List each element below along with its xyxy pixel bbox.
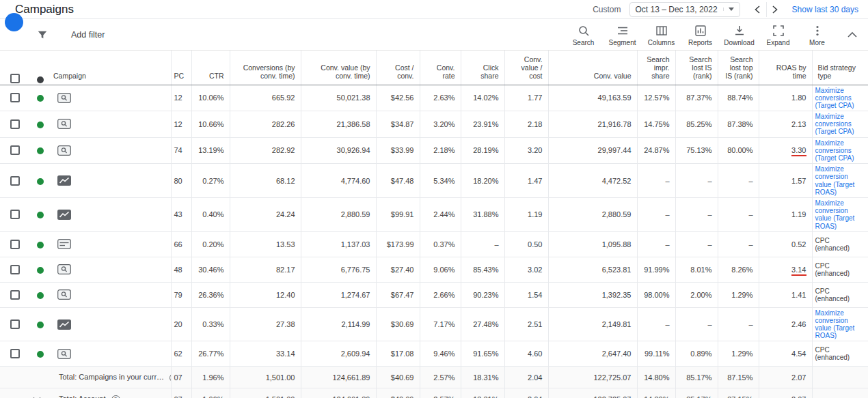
select-all-checkbox[interactable] [10, 74, 20, 83]
chevron-down-icon [723, 8, 734, 11]
date-range-selector[interactable]: Oct 13 – Dec 13, 2022 [629, 2, 740, 17]
campaign-name-cell[interactable] [78, 341, 171, 367]
row-checkbox[interactable] [10, 145, 20, 155]
column-header-avg-cpc[interactable]: PC [171, 51, 191, 85]
row-checkbox[interactable] [10, 119, 20, 129]
row-checkbox[interactable] [10, 176, 20, 186]
segment-icon [616, 25, 629, 37]
total-row: Total: Account?071.96%1,501.00124,661.89… [0, 388, 868, 398]
bid-strategy-cell[interactable]: Maximize conversion value (Target ROAS) [812, 307, 868, 341]
expand-button[interactable]: Expand [759, 23, 798, 46]
column-header-search-lost-is-rank[interactable]: Search lost IS (rank) [675, 51, 718, 85]
campaign-name-cell[interactable] [78, 111, 171, 138]
column-header-conv-value-per-cost[interactable]: Conv. value / cost [504, 51, 548, 85]
campaign-name-cell[interactable] [78, 257, 171, 282]
row-checkbox[interactable] [10, 319, 20, 329]
cell-conv-value-per-cost: 3.20 [504, 137, 548, 164]
total-cell-search-impr-share: 14.80% [637, 367, 675, 388]
cell-roas-by-time: 2.13 [759, 111, 812, 138]
column-header-search-impr-share[interactable]: Search impr. share [637, 51, 675, 85]
row-checkbox[interactable] [10, 265, 20, 274]
campaign-name-cell[interactable] [78, 164, 171, 198]
campaign-name-cell[interactable] [78, 231, 171, 257]
column-header-campaign[interactable]: Campaign [51, 51, 171, 85]
bid-strategy-cell[interactable]: Maximize conversion value (Target ROAS) [812, 197, 868, 231]
cell-search-impr-share: – [637, 197, 675, 231]
cell-click-share: – [461, 231, 504, 257]
row-checkbox[interactable] [10, 349, 20, 358]
row-checkbox[interactable] [10, 93, 20, 102]
search-campaign-icon [57, 289, 71, 300]
column-header-cost-per-conv[interactable]: Cost / conv. [376, 51, 420, 85]
column-header-conv-rate[interactable]: Conv. rate [420, 51, 461, 85]
column-header-search-lost-top-is-rank[interactable]: Search lost top IS (rank) [718, 51, 759, 85]
cell-conv-value-per-cost: 1.54 [504, 282, 548, 307]
filter-icon[interactable] [37, 29, 48, 40]
status-enabled-dot [37, 212, 44, 218]
cell-avg-cpc: 12 [171, 85, 191, 111]
column-header-conv-value[interactable]: Conv. value [548, 51, 637, 85]
cell-conv-value-by-conv-time: 2,880.59 [301, 197, 376, 231]
blue-fab[interactable] [5, 13, 23, 31]
search-icon [578, 25, 590, 37]
cell-click-share: 28.19% [461, 137, 504, 164]
cell-search-lost-top-is-rank: – [718, 307, 759, 341]
row-checkbox-cell [0, 257, 30, 282]
columns-icon [655, 25, 668, 37]
total-cell-conv-rate: 2.57% [420, 367, 461, 388]
table-row: 1210.66%282.2621,386.58$34.873.20%23.91%… [0, 111, 868, 138]
cell-avg-cpc: 12 [171, 111, 191, 138]
column-header-click-share[interactable]: Click share [461, 51, 504, 85]
bid-strategy-cell[interactable]: Maximize conversions (Target CPA) [812, 111, 868, 138]
campaign-name-cell[interactable] [78, 197, 171, 231]
add-filter-button[interactable]: Add filter [71, 30, 105, 40]
total-cell-conversions-by-conv-time: 1,501.00 [230, 367, 301, 388]
campaign-name-cell[interactable] [78, 307, 171, 341]
show-last-30-days-link[interactable]: Show last 30 days [792, 5, 858, 14]
column-header-roas-by-time[interactable]: ROAS by time [759, 51, 812, 85]
bid-strategy-cell[interactable]: Maximize conversions (Target CPA) [812, 85, 868, 111]
more-button[interactable]: More [798, 23, 837, 46]
next-period-button[interactable] [766, 2, 784, 17]
reports-button[interactable]: Reports [681, 23, 720, 46]
bid-strategy-cell[interactable]: Maximize conversions (Target CPA) [812, 137, 868, 164]
column-header-ctr[interactable]: CTR [191, 51, 230, 85]
total-cell-roas-by-time: 2.07 [759, 388, 812, 398]
table-row: 200.33%27.382,114.99$30.697.17%27.48%2.5… [0, 307, 868, 341]
cell-cost-per-conv: $30.69 [376, 307, 420, 341]
collapse-toolbar-button[interactable] [837, 31, 868, 38]
column-header-conv-value-by-conv-time[interactable]: Conv. value (by conv. time) [301, 51, 376, 85]
columns-button[interactable]: Columns [642, 23, 681, 46]
cell-conv-value-per-cost: 2.18 [504, 111, 548, 138]
bid-strategy-cell[interactable]: Maximize conversion value (Target ROAS) [812, 164, 868, 198]
search-button[interactable]: Search [564, 23, 603, 46]
cell-avg-cpc: 20 [171, 307, 191, 341]
previous-period-button[interactable] [748, 2, 766, 17]
campaign-type-cell [51, 282, 78, 307]
campaign-type-cell [51, 307, 78, 341]
cell-search-lost-is-rank: – [675, 197, 718, 231]
cell-ctr: 0.33% [191, 307, 230, 341]
row-checkbox[interactable] [10, 290, 20, 300]
cell-search-lost-top-is-rank: 87.38% [718, 111, 759, 138]
row-status-cell [30, 231, 51, 257]
help-icon[interactable]: ? [169, 373, 171, 382]
cell-click-share: 23.91% [461, 111, 504, 138]
row-status-cell [30, 164, 51, 198]
column-header-bid-strategy-type[interactable]: Bid strategy type [812, 51, 868, 85]
status-enabled-dot [37, 95, 44, 102]
total-cell-conv-rate: 2.57% [420, 388, 461, 398]
help-icon[interactable]: ? [111, 395, 120, 398]
campaign-name-cell[interactable] [78, 282, 171, 307]
cell-cost-per-conv: $27.40 [376, 257, 420, 282]
flagged-value: 3.14 [791, 266, 806, 276]
campaign-name-cell[interactable] [78, 85, 171, 111]
row-checkbox[interactable] [10, 210, 20, 219]
column-header-conversions-by-conv-time[interactable]: Conversions (by conv. time) [230, 51, 301, 85]
status-filter-dot[interactable] [37, 76, 44, 83]
campaign-name-cell[interactable] [78, 137, 171, 164]
segment-button[interactable]: Segment [603, 23, 642, 46]
row-checkbox[interactable] [10, 240, 20, 249]
total-cell-conv-value-by-conv-time: 124,661.89 [301, 388, 376, 398]
download-button[interactable]: Download [720, 23, 759, 46]
